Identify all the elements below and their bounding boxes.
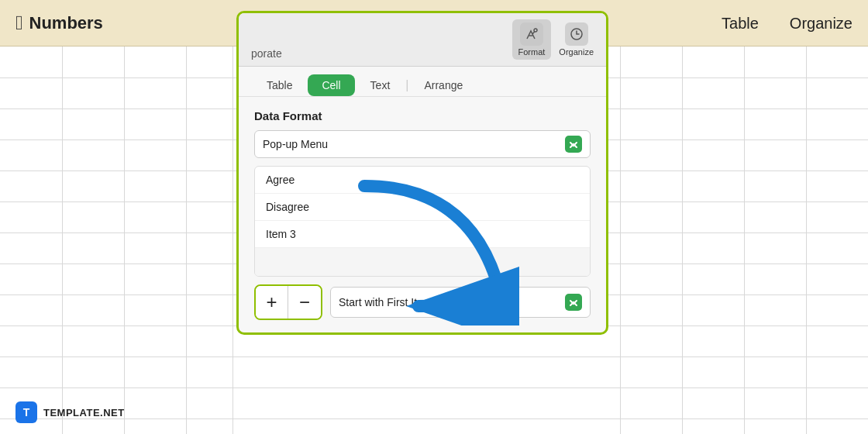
start-with-dropdown[interactable]: Start with First Item — [330, 287, 591, 318]
bottom-row: + − Start with First Item — [254, 284, 591, 320]
organize-label: Organize — [559, 47, 594, 57]
tab-cell[interactable]: Cell — [308, 74, 354, 96]
app-title: Numbers — [29, 13, 103, 33]
menu-empty-area — [255, 248, 590, 276]
brand-icon: T — [16, 401, 37, 423]
list-item[interactable]: Item 3 — [255, 221, 590, 248]
start-with-label: Start with First Item — [339, 296, 432, 308]
grid-col — [744, 46, 745, 434]
grid-col — [682, 46, 683, 434]
apple-icon:  — [16, 11, 23, 35]
list-item[interactable]: Disagree — [255, 194, 590, 221]
dropdown-arrow-icon — [565, 136, 582, 153]
grid-row — [0, 356, 868, 357]
nav-table[interactable]: Table — [722, 15, 759, 33]
tab-table[interactable]: Table — [254, 74, 305, 96]
start-dropdown-arrow-icon — [565, 294, 582, 311]
tab-arrange[interactable]: Arrange — [412, 74, 475, 96]
data-format-dropdown[interactable]: Pop-up Menu — [254, 130, 591, 158]
organize-icon — [565, 22, 588, 46]
app-logo:  Numbers — [16, 11, 103, 35]
panel-body: Data Format Pop-up Menu Agree Disagree I… — [239, 97, 606, 332]
remove-item-button[interactable]: − — [288, 286, 321, 319]
tab-text[interactable]: Text — [358, 74, 403, 96]
toolbar-buttons: Format Organize — [512, 19, 594, 66]
incorporate-label: porate — [251, 47, 282, 66]
top-right-nav: Table Organize — [722, 0, 852, 46]
grid-row — [0, 388, 868, 388]
add-remove-box: + − — [254, 284, 322, 320]
format-label: Format — [518, 47, 546, 57]
tab-divider: | — [405, 78, 408, 92]
dropdown-value: Pop-up Menu — [263, 138, 328, 150]
grid-col — [620, 46, 621, 434]
format-icon — [520, 22, 543, 46]
nav-organize[interactable]: Organize — [790, 15, 852, 33]
popup-menu-list: Agree Disagree Item 3 — [254, 166, 591, 277]
branding: T TEMPLATE.NET — [16, 401, 125, 423]
data-format-title: Data Format — [254, 109, 591, 122]
add-item-button[interactable]: + — [256, 286, 288, 319]
grid-col — [232, 46, 233, 434]
list-item[interactable]: Agree — [255, 167, 590, 194]
panel-tabs: Table Cell Text | Arrange — [239, 67, 606, 97]
format-button[interactable]: Format — [512, 19, 552, 60]
grid-col — [806, 46, 807, 434]
format-panel: porate Format — [236, 11, 608, 335]
panel-toolbar: porate Format — [239, 13, 606, 67]
grid-col — [62, 46, 63, 434]
organize-button[interactable]: Organize — [559, 22, 594, 57]
grid-col — [124, 46, 125, 434]
grid-col — [186, 46, 187, 434]
grid-row — [0, 418, 868, 419]
brand-name: TEMPLATE.NET — [43, 407, 125, 418]
